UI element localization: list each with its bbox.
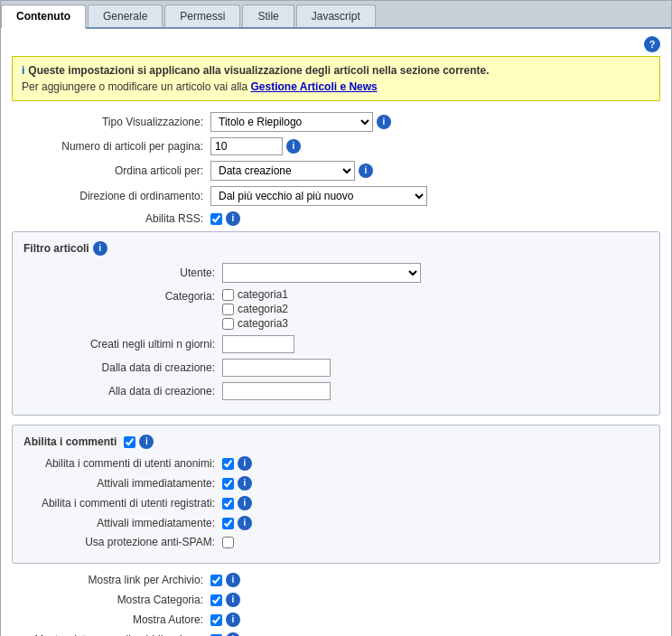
creati-negli-ultimi-row: Creati negli ultimi n giorni: xyxy=(23,335,649,353)
alla-data-control xyxy=(222,382,331,400)
abilita-rss-info[interactable]: i xyxy=(226,211,240,226)
abilita-rss-label: Abilita RSS: xyxy=(12,212,210,225)
mostra-autore-info[interactable]: i xyxy=(226,613,240,627)
attivali-registrati-info[interactable]: i xyxy=(238,516,252,530)
commenti-registrati-control: i xyxy=(222,496,252,510)
ordina-articoli-control: Data creazione i xyxy=(210,161,373,181)
categoria2-checkbox[interactable] xyxy=(222,304,234,315)
attivali-registrati-control: i xyxy=(222,516,252,530)
ordina-articoli-select[interactable]: Data creazione xyxy=(210,161,355,181)
categoria3-label: categoria3 xyxy=(238,317,288,330)
info-box-icon: i xyxy=(22,64,24,77)
tipo-visualizzazione-info[interactable]: i xyxy=(377,115,391,129)
main-container: Contenuto Generale Permessi Stile Javasc… xyxy=(0,0,672,636)
commenti-anonimi-checkbox[interactable] xyxy=(222,458,234,470)
attivali-registrati-checkbox[interactable] xyxy=(222,518,234,529)
attivali-anonimi-checkbox[interactable] xyxy=(222,478,234,490)
mostra-autore-control: i xyxy=(210,613,240,627)
mostra-archivio-label: Mostra link per Archivio: xyxy=(12,574,210,586)
info-box-text1: Queste impostazioni si applicano alla vi… xyxy=(28,64,489,77)
numero-articoli-control: i xyxy=(210,137,301,155)
categoria2-label: categoria2 xyxy=(238,303,288,315)
direzione-ordinamento-label: Direzione di ordinamento: xyxy=(12,190,210,202)
antispam-checkbox[interactable] xyxy=(222,537,234,548)
alla-data-input[interactable] xyxy=(222,382,331,400)
commenti-registrati-row: Abilita i commenti di utenti registrati:… xyxy=(23,496,649,510)
tabs-bar: Contenuto Generale Permessi Stile Javasc… xyxy=(1,1,671,29)
commenti-anonimi-control: i xyxy=(222,456,252,471)
top-help-area: ? xyxy=(12,36,660,52)
info-box: iQueste impostazioni si applicano alla v… xyxy=(12,56,660,101)
alla-data-label: Alla data di creazione: xyxy=(23,385,222,398)
direzione-ordinamento-row: Direzione di ordinamento: Dal più vecchi… xyxy=(12,186,660,206)
creati-negli-ultimi-control xyxy=(222,335,294,353)
commenti-anonimi-row: Abilita i commenti di utenti anonimi: i xyxy=(23,456,649,471)
mostra-categoria-row: Mostra Categoria: i xyxy=(12,593,660,607)
commenti-info[interactable]: i xyxy=(139,435,154,449)
numero-articoli-input[interactable] xyxy=(210,137,283,155)
ordina-articoli-row: Ordina articoli per: Data creazione i xyxy=(12,161,660,181)
mostra-categoria-info[interactable]: i xyxy=(226,593,240,607)
mostra-data-control: i xyxy=(210,632,240,636)
utente-select[interactable] xyxy=(222,263,421,283)
numero-articoli-info[interactable]: i xyxy=(286,139,301,154)
abilita-commenti-main-checkbox[interactable] xyxy=(124,436,135,448)
attivali-anonimi-label: Attivali immediatamente: xyxy=(23,477,222,490)
mostra-archivio-info[interactable]: i xyxy=(226,573,240,587)
commenti-anonimi-info[interactable]: i xyxy=(238,456,252,471)
creati-negli-ultimi-label: Creati negli ultimi n giorni: xyxy=(23,338,222,351)
commenti-section: Abilita i commenti i Abilita i commenti … xyxy=(12,425,660,564)
categoria1-label: categoria1 xyxy=(238,288,288,301)
mostra-autore-label: Mostra Autore: xyxy=(12,613,210,626)
attivali-anonimi-control: i xyxy=(222,476,252,491)
categoria-control: categoria1 categoria2 categoria3 xyxy=(222,288,288,330)
info-box-link[interactable]: Gestione Articoli e News xyxy=(250,80,377,93)
mostra-data-row: Mostra data e ora di pubblicazione: i xyxy=(12,632,660,636)
direzione-ordinamento-control: Dal più vecchio al più nuovo Dal più nuo… xyxy=(210,186,427,206)
tipo-visualizzazione-select[interactable]: Titolo e Riepilogo xyxy=(210,112,373,132)
numero-articoli-row: Numero di articoli per pagina: i xyxy=(12,137,660,155)
alla-data-row: Alla data di creazione: xyxy=(23,382,649,400)
abilita-rss-checkbox[interactable] xyxy=(210,213,222,225)
ordina-articoli-info[interactable]: i xyxy=(359,164,373,178)
filtro-articoli-info[interactable]: i xyxy=(93,241,107,256)
attivali-anonimi-info[interactable]: i xyxy=(238,476,252,491)
antispam-control xyxy=(222,537,234,548)
mostra-archivio-control: i xyxy=(210,573,240,587)
mostra-categoria-checkbox[interactable] xyxy=(210,594,222,606)
commenti-registrati-label: Abilita i commenti di utenti registrati: xyxy=(23,497,222,510)
commenti-registrati-info[interactable]: i xyxy=(238,496,252,510)
utente-label: Utente: xyxy=(23,267,222,279)
antispam-row: Usa protezione anti-SPAM: xyxy=(23,536,649,548)
tab-stile[interactable]: Stile xyxy=(242,5,294,27)
tab-javascript[interactable]: Javascript xyxy=(296,5,376,27)
commenti-anonimi-label: Abilita i commenti di utenti anonimi: xyxy=(23,457,222,470)
commenti-title: Abilita i commenti i xyxy=(23,435,649,449)
categoria1-item: categoria1 xyxy=(222,288,288,301)
dalla-data-row: Dalla data di creazione: xyxy=(23,359,649,377)
tab-generale[interactable]: Generale xyxy=(88,5,163,27)
mostra-data-info[interactable]: i xyxy=(226,632,240,636)
filtro-articoli-section: Filtro articoli i Utente: Categoria: xyxy=(12,231,660,416)
help-icon[interactable]: ? xyxy=(644,36,660,52)
mostra-autore-row: Mostra Autore: i xyxy=(12,613,660,627)
mostra-archivio-row: Mostra link per Archivio: i xyxy=(12,573,660,587)
commenti-registrati-checkbox[interactable] xyxy=(222,498,234,510)
tipo-visualizzazione-row: Tipo Visualizzazione: Titolo e Riepilogo… xyxy=(12,112,660,132)
mostra-categoria-control: i xyxy=(210,593,240,607)
direzione-ordinamento-select[interactable]: Dal più vecchio al più nuovo Dal più nuo… xyxy=(210,186,427,206)
categoria2-item: categoria2 xyxy=(222,303,288,315)
attivali-anonimi-row: Attivali immediatamente: i xyxy=(23,476,649,491)
categoria3-checkbox[interactable] xyxy=(222,318,234,330)
utente-row: Utente: xyxy=(23,263,649,283)
tab-contenuto[interactable]: Contenuto xyxy=(1,5,86,29)
categoria1-checkbox[interactable] xyxy=(222,289,234,301)
mostra-autore-checkbox[interactable] xyxy=(210,614,222,626)
category-list: categoria1 categoria2 categoria3 xyxy=(222,288,288,330)
tab-permessi[interactable]: Permessi xyxy=(164,5,240,27)
utente-control xyxy=(222,263,421,283)
creati-negli-ultimi-input[interactable] xyxy=(222,335,294,353)
dalla-data-input[interactable] xyxy=(222,359,331,377)
tipo-visualizzazione-control: Titolo e Riepilogo i xyxy=(210,112,391,132)
mostra-archivio-checkbox[interactable] xyxy=(210,575,222,586)
